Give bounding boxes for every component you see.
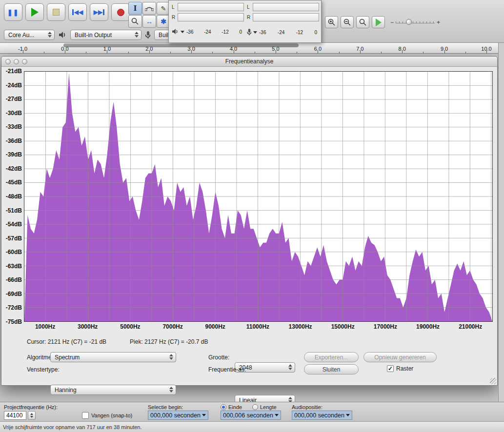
dropdown-arrow-icon[interactable]: [181, 31, 184, 33]
input-meter[interactable]: L R: [247, 3, 319, 23]
stop-button[interactable]: [47, 3, 65, 21]
output-meter-right-bar: [178, 13, 244, 21]
output-meter[interactable]: L R: [172, 3, 244, 23]
frequency-tick-label: 15000Hz: [331, 323, 355, 330]
dropdown-arrow-icon[interactable]: [275, 414, 279, 416]
export-button[interactable]: Exporteren...: [304, 352, 359, 362]
meter-scale-label: -12: [222, 29, 228, 35]
output-device-select[interactable]: Built-in Output: [70, 30, 141, 40]
db-tick-label: -75dB: [6, 318, 22, 325]
play-icon: [31, 8, 39, 17]
transport-controls: ❚❚ ◀◀ ▶▶: [4, 3, 130, 21]
db-tick-label: -45dB: [6, 179, 22, 186]
grid-checkbox-wrap[interactable]: ✓ Raster: [387, 365, 413, 372]
microphone-icon: [247, 29, 251, 36]
ruler-tick: [486, 51, 487, 53]
meter-scale-label: -36: [186, 29, 193, 35]
close-window-button[interactable]: [5, 59, 11, 64]
ruler-tick-minor: [255, 52, 255, 53]
dropdown-arrow-icon[interactable]: [253, 31, 257, 34]
frequency-analysis-dialog: Frequentieanalyse -21dB-24dB-27dB-30dB-3…: [1, 56, 498, 386]
envelope-tool-button[interactable]: [142, 2, 156, 15]
algorithm-select[interactable]: Spectrum: [50, 352, 176, 362]
rewind-button[interactable]: ◀◀: [68, 3, 87, 21]
db-tick-label: -33dB: [6, 123, 22, 130]
frequency-tick-label: 7000Hz: [162, 323, 182, 330]
db-tick-label: -51dB: [6, 207, 22, 214]
speaker-icon: [172, 29, 179, 35]
ibeam-icon: I: [134, 4, 137, 12]
snap-to-checkbox[interactable]: [82, 412, 89, 419]
project-rate-input[interactable]: 44100: [4, 411, 26, 420]
zoom-fit-selection-button[interactable]: [341, 16, 354, 28]
end-radio-wrap[interactable]: Einde: [221, 404, 242, 410]
edit-toolbar: − +: [325, 16, 440, 28]
zoom-in-button[interactable]: [325, 16, 338, 28]
window-type-label: Venstertype:: [27, 366, 60, 373]
project-rate-label: Projectfrequentie (Hz):: [4, 404, 58, 410]
db-tick-label: -27dB: [6, 96, 22, 102]
speed-slider-track[interactable]: [396, 21, 435, 23]
length-radio[interactable]: [252, 404, 258, 410]
spectrum-plot[interactable]: [24, 71, 493, 322]
snap-to-checkbox-wrap[interactable]: Vangen (snap-to): [82, 412, 132, 419]
select-arrows-icon: [135, 32, 139, 38]
playback-speed-slider[interactable]: − +: [390, 19, 440, 26]
frequency-tick-label: 1000Hz: [35, 323, 55, 330]
dialog-titlebar[interactable]: Frequentieanalyse: [1, 57, 497, 67]
ruler-tick-minor: [381, 52, 382, 53]
length-radio-label: Lengte: [260, 404, 277, 410]
output-meter-scale: -36-24-120: [186, 29, 244, 35]
meter-scale-label: 0: [239, 29, 242, 35]
fast-forward-button[interactable]: ▶▶: [90, 3, 108, 21]
selection-end-field[interactable]: 000,006 seconden: [221, 411, 281, 420]
zoom-tool-button[interactable]: [128, 15, 142, 28]
pencil-icon: ✎: [161, 5, 166, 12]
spectrum-chart[interactable]: [24, 72, 492, 321]
meter-scale-label: 0: [314, 30, 317, 35]
audio-position-value: 000,000 seconden: [294, 412, 344, 419]
regenerate-button[interactable]: Opnieuw genereren: [363, 352, 437, 362]
end-radio[interactable]: [221, 404, 226, 410]
audio-host-select[interactable]: Core Au...: [4, 30, 55, 40]
window-right-edge: [498, 43, 504, 421]
selection-start-field[interactable]: 000,000 seconden: [148, 411, 208, 420]
dropdown-arrow-icon[interactable]: [202, 414, 206, 416]
window-type-value: Hanning: [55, 387, 77, 393]
record-button[interactable]: [111, 3, 130, 21]
frequency-tick-label: 5000Hz: [120, 323, 140, 330]
zoom-fit-selection-icon: [343, 19, 351, 26]
grid-checkbox[interactable]: ✓: [387, 365, 394, 372]
selection-tool-button[interactable]: I: [128, 2, 142, 15]
dropdown-arrow-icon[interactable]: [346, 414, 350, 416]
timeline-ruler[interactable]: -1.00.01.02.03.04.05.06.07.08.09.010.0: [0, 43, 498, 54]
selection-start-value: 000,000 seconden: [150, 412, 201, 419]
minimize-window-button[interactable]: [14, 59, 19, 64]
minus-icon: −: [390, 19, 394, 26]
input-meter-left-bar: [253, 3, 319, 11]
pause-button[interactable]: ❚❚: [4, 3, 22, 21]
play-at-speed-button[interactable]: [372, 16, 385, 28]
close-button[interactable]: Sluiten: [304, 364, 359, 374]
timeshift-tool-button[interactable]: ↔: [142, 15, 156, 28]
multi-tool-icon: ✱: [161, 18, 166, 25]
resize-grip[interactable]: [490, 378, 496, 384]
ruler-tick: [276, 51, 276, 53]
meter-channel-label: L: [247, 4, 251, 10]
window-type-select[interactable]: Hanning: [50, 385, 176, 395]
ruler-tick: [23, 51, 23, 53]
play-button[interactable]: [25, 3, 44, 21]
frequency-tick-label: 11000Hz: [246, 323, 269, 330]
speed-slider-thumb[interactable]: [406, 19, 412, 25]
zoom-window-button[interactable]: [22, 59, 27, 64]
zoom-fit-project-button[interactable]: [356, 16, 369, 28]
length-radio-wrap[interactable]: Lengte: [252, 404, 277, 410]
project-rate-stepper[interactable]: [28, 411, 36, 420]
selection-toolbar: Projectfrequentie (Hz): 44100 Vangen (sn…: [0, 402, 504, 421]
meter-channel-label: L: [172, 4, 176, 10]
output-meter-scale-row: -36-24-120: [172, 29, 244, 35]
audio-position-field[interactable]: 000,000 seconden: [292, 411, 352, 420]
ruler-tick-minor: [128, 52, 129, 53]
microphone-icon: [145, 31, 150, 39]
db-tick-label: -54dB: [6, 221, 22, 228]
